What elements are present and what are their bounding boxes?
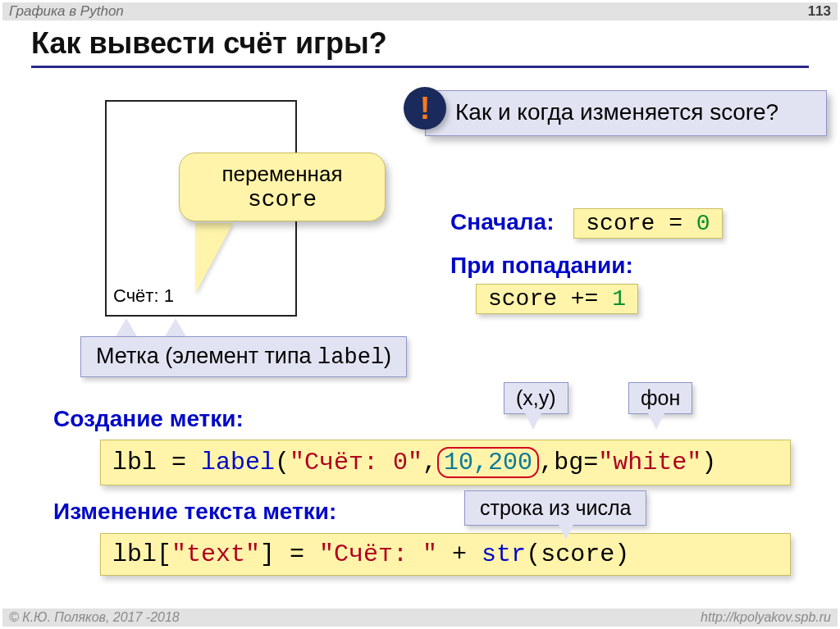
bubble-tail-icon xyxy=(195,223,233,294)
callout-line2: score xyxy=(191,187,373,212)
header-bar: Графика в Python 113 xyxy=(2,2,838,21)
callout-tail-icon xyxy=(648,413,664,430)
row-initial: Сначала: score = 0 xyxy=(450,208,723,239)
c1-lbl: lbl = xyxy=(112,449,201,476)
code-initial: score = 0 xyxy=(573,208,722,239)
c2-fn: str xyxy=(482,540,526,568)
c1-c1: , xyxy=(422,449,437,476)
page-title: Как вывести счёт игры? xyxy=(31,26,809,68)
code-initial-pre: score = xyxy=(586,211,696,236)
section-create-label: Создание метки: xyxy=(53,406,244,432)
c1-s2: ) xyxy=(701,449,716,476)
c2-arg: (score) xyxy=(526,540,629,568)
label-initial: Сначала: xyxy=(450,209,555,235)
callout-str-from-num: строка из числа xyxy=(464,490,646,526)
code-update-label: lbl["text"] = "Счёт: " + str(score) xyxy=(100,533,791,576)
c1-nums: 10,200 xyxy=(444,449,532,476)
c1-str: "Счёт: 0" xyxy=(290,449,422,476)
code-initial-val: 0 xyxy=(696,211,710,236)
c2-pre: lbl[ xyxy=(112,540,171,568)
c2-key: "text" xyxy=(171,540,260,568)
callout-label-pre: Метка (элемент типа xyxy=(96,344,317,368)
footer-copyright: © К.Ю. Поляков, 2017 -2018 xyxy=(9,610,180,625)
demo-window-score-label: Счёт: 1 xyxy=(113,285,174,307)
callout-line1: переменная xyxy=(191,162,373,187)
callout-tail-icon xyxy=(115,318,138,338)
callout-variable-score: переменная score xyxy=(179,153,386,221)
callout-tail-icon xyxy=(558,523,574,540)
callout-tail-icon xyxy=(164,318,187,338)
callout-label-widget: Метка (элемент типа label) xyxy=(80,336,407,377)
label-on-hit: При попадании: xyxy=(450,253,633,279)
page-number: 113 xyxy=(808,3,831,20)
code-create-label: lbl = label("Счёт: 0",10,200,bg="white") xyxy=(100,440,791,485)
callout-tail-icon xyxy=(525,413,541,430)
callout-bg: фон xyxy=(628,382,692,414)
c1-bg: "white" xyxy=(598,449,701,476)
slide: Графика в Python 113 Как вывести счёт иг… xyxy=(0,0,840,629)
c2-str: "Счёт: " xyxy=(319,540,437,568)
c2-mid: ] = xyxy=(260,540,319,568)
c1-nums-highlight: 10,200 xyxy=(437,447,539,478)
code-on-hit-val: 1 xyxy=(612,286,626,312)
callout-question: Как и когда изменяется score? xyxy=(425,90,827,136)
header-topic: Графика в Python xyxy=(9,3,124,20)
footer-bar: © К.Ю. Поляков, 2017 -2018 http://kpolya… xyxy=(2,608,838,627)
footer-url: http://kpolyakov.spb.ru xyxy=(701,610,831,625)
callout-xy: (x,y) xyxy=(504,382,568,414)
c1-c2: ,bg= xyxy=(539,449,598,476)
exclamation-icon: ! xyxy=(404,87,446,130)
code-on-hit-pre: score += xyxy=(488,286,612,312)
c2-plus: + xyxy=(437,540,482,568)
c1-fn: label xyxy=(201,449,275,476)
c1-s1: ( xyxy=(275,449,290,476)
section-update-label: Изменение текста метки: xyxy=(53,499,336,525)
code-on-hit: score += 1 xyxy=(476,284,638,314)
row-on-hit: score += 1 xyxy=(476,284,638,314)
callout-label-mono: label xyxy=(317,345,384,370)
callout-label-post: ) xyxy=(384,344,391,368)
